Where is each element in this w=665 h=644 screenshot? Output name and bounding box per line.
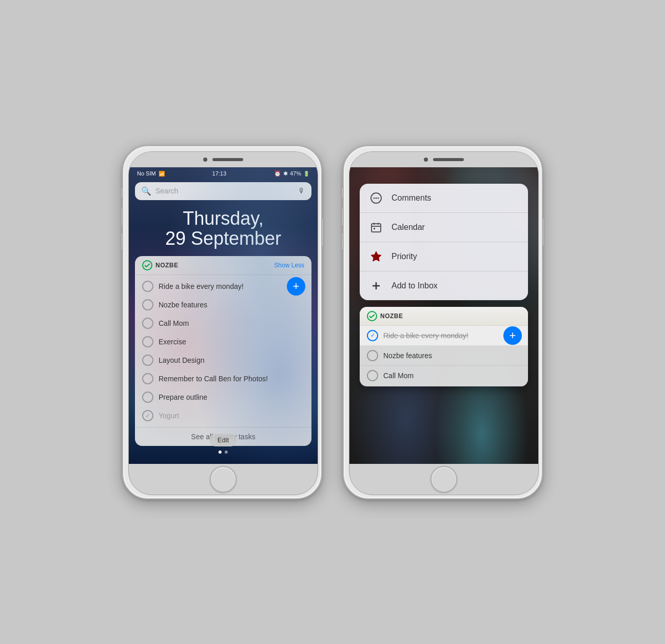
context-menu-comments[interactable]: Comments: [360, 184, 528, 213]
lock-screen: No SIM 📶 17:13 ⏰ ✱ 47% 🔋 🔍: [129, 167, 318, 464]
nozbe-header-2: NOZBE: [360, 307, 528, 326]
front-camera: [203, 158, 207, 162]
context-menu-add-inbox[interactable]: Add to Inbox: [360, 271, 528, 300]
iphone-2-bottom: [349, 464, 538, 495]
page-dots: [219, 451, 228, 454]
context-menu-calendar[interactable]: Calendar: [360, 213, 528, 242]
mute-switch-2[interactable]: [342, 187, 344, 199]
speaker-grill: [212, 158, 243, 161]
iphone-2-body: Comments: [349, 151, 539, 495]
home-button[interactable]: [210, 466, 237, 493]
task-checkbox[interactable]: [142, 355, 153, 366]
task-item[interactable]: Layout Design: [135, 351, 311, 369]
task-text-2-1: Ride a bike every monday!: [383, 331, 468, 340]
task-item[interactable]: Call Mom: [135, 314, 311, 333]
iphone-1: No SIM 📶 17:13 ⏰ ✱ 47% 🔋 🔍: [122, 145, 322, 499]
svg-point-2: [374, 197, 375, 199]
volume-down-button[interactable]: [121, 232, 123, 250]
comments-icon: [369, 191, 383, 205]
calendar-label: Calendar: [392, 223, 425, 232]
task-text-2-2: Nozbe features: [383, 352, 432, 360]
context-menu-priority[interactable]: Priority: [360, 242, 528, 271]
task-checkbox-2-2[interactable]: [367, 350, 378, 361]
svg-point-4: [378, 197, 379, 199]
front-camera-2: [424, 158, 428, 162]
priority-icon: [369, 249, 383, 264]
svg-rect-5: [371, 224, 381, 232]
task-item-2-1[interactable]: ✓ Ride a bike every monday! +: [360, 326, 528, 346]
task-text: Nozbe features: [159, 301, 207, 309]
add-inbox-label: Add to Inbox: [392, 281, 438, 290]
comments-label: Comments: [392, 193, 431, 203]
volume-up-button[interactable]: [121, 208, 123, 226]
nozbe-icon-2: [367, 311, 377, 321]
calendar-icon: [369, 220, 383, 235]
task-checkbox[interactable]: [142, 299, 153, 310]
task-text: Remember to Call Ben for Photos!: [159, 375, 268, 383]
volume-down-button-2[interactable]: [342, 232, 344, 250]
add-task-button[interactable]: +: [287, 277, 305, 296]
power-button-2[interactable]: [542, 218, 544, 246]
task-item[interactable]: Ride a bike every monday! +: [135, 277, 311, 296]
task-item-2-3[interactable]: Call Mom: [360, 366, 528, 386]
task-checkbox[interactable]: [142, 373, 153, 384]
add-inbox-icon: [369, 279, 383, 293]
task-checkbox[interactable]: [142, 318, 153, 329]
task-text-completed: Yogurt: [159, 412, 179, 420]
task-text: Call Mom: [159, 319, 189, 327]
task-checkbox-checked[interactable]: ✓: [142, 410, 153, 421]
svg-marker-10: [371, 251, 381, 261]
nozbe-widget-2: NOZBE ✓ Ride a bike every monday! + Nozb…: [360, 307, 528, 386]
iphone-2-top-bar: [349, 152, 538, 167]
task-item[interactable]: Remember to Call Ben for Photos!: [135, 369, 311, 388]
task-checkbox-2-3[interactable]: [367, 370, 378, 381]
task-checkbox[interactable]: [142, 336, 153, 347]
nozbe-app-name-2: NOZBE: [380, 313, 403, 320]
task-checkbox-2-1[interactable]: ✓: [367, 330, 378, 341]
task-text-2-3: Call Mom: [383, 372, 414, 380]
page-dot-1: [219, 451, 222, 454]
edit-area: Edit: [209, 434, 237, 454]
nozbe-widget: NOZBE Show Less Ride a bike every monday…: [135, 256, 311, 446]
mute-switch[interactable]: [121, 187, 123, 199]
svg-rect-9: [374, 228, 375, 229]
context-menu-screen: Comments: [349, 167, 538, 464]
task-item[interactable]: ✓ Yogurt: [135, 406, 311, 425]
task-item[interactable]: Prepare outline: [135, 388, 311, 406]
task-text: Exercise: [159, 338, 186, 346]
page-dot-2: [225, 451, 228, 454]
add-task-button-2[interactable]: +: [503, 326, 522, 345]
task-text: Layout Design: [159, 356, 205, 364]
iphone-1-body: No SIM 📶 17:13 ⏰ ✱ 47% 🔋 🔍: [128, 151, 318, 495]
phones-container: No SIM 📶 17:13 ⏰ ✱ 47% 🔋 🔍: [102, 125, 563, 520]
iphone-2: Comments: [343, 145, 543, 499]
context-menu: Comments: [360, 184, 528, 300]
iphone-top-bar: [129, 152, 318, 167]
task-text: Prepare outline: [159, 393, 207, 401]
task-item[interactable]: Nozbe features: [135, 296, 311, 314]
priority-label: Priority: [392, 252, 417, 261]
iphone-1-screen: No SIM 📶 17:13 ⏰ ✱ 47% 🔋 🔍: [129, 167, 318, 464]
task-item-2-2[interactable]: Nozbe features: [360, 346, 528, 366]
task-list: Ride a bike every monday! + Nozbe featur…: [135, 275, 311, 427]
task-checkbox[interactable]: [142, 392, 153, 403]
speaker-grill-2: [433, 158, 464, 161]
svg-point-3: [376, 197, 377, 199]
iphone-bottom: [129, 464, 318, 495]
task-item[interactable]: Exercise: [135, 333, 311, 351]
edit-button[interactable]: Edit: [209, 434, 237, 446]
power-button[interactable]: [321, 218, 323, 246]
home-button-2[interactable]: [431, 466, 457, 493]
task-text: Ride a bike every monday!: [159, 282, 244, 290]
volume-up-button-2[interactable]: [342, 208, 344, 226]
iphone-2-screen: Comments: [349, 167, 538, 464]
task-checkbox[interactable]: [142, 281, 153, 292]
